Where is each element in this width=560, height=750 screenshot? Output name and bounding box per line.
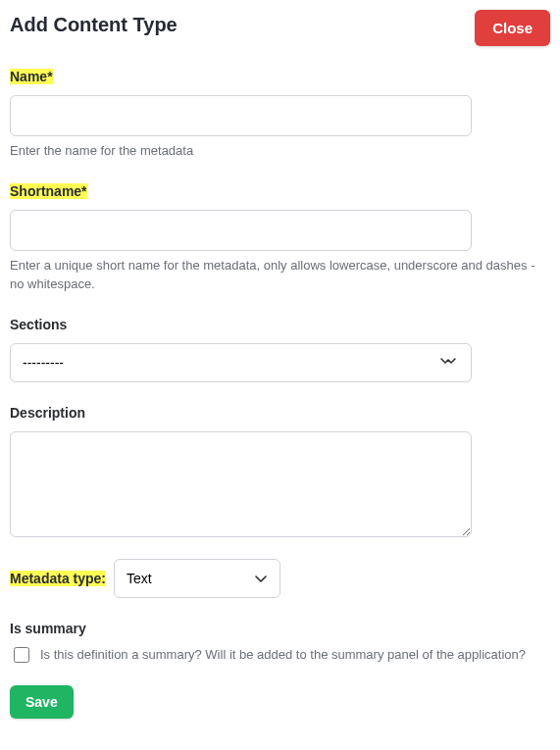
name-field: Name* Enter the name for the metadata	[10, 68, 550, 161]
name-label: Name*	[10, 69, 53, 84]
metadata-type-label: Metadata type:	[10, 571, 106, 586]
sections-field: Sections ---------	[10, 316, 550, 382]
sections-select[interactable]: ---------	[10, 343, 472, 382]
close-button[interactable]: Close	[475, 10, 550, 46]
description-field: Description	[10, 404, 550, 537]
shortname-field: Shortname* Enter a unique short name for…	[10, 182, 550, 294]
shortname-label: Shortname*	[10, 183, 87, 199]
name-input[interactable]	[10, 95, 472, 136]
sections-label: Sections	[10, 317, 67, 332]
description-textarea[interactable]	[10, 431, 472, 537]
is-summary-checkbox[interactable]	[14, 647, 29, 663]
page-title: Add Content Type	[10, 14, 178, 36]
is-summary-help: Is this definition a summary? Will it be…	[40, 645, 526, 665]
description-label: Description	[10, 405, 85, 421]
save-button[interactable]: Save	[10, 685, 74, 719]
shortname-input[interactable]	[10, 210, 472, 251]
metadata-type-field: Metadata type: Text	[10, 559, 550, 598]
is-summary-field: Is summary Is this definition a summary?…	[10, 620, 550, 666]
metadata-type-select[interactable]: Text	[114, 559, 280, 598]
name-help: Enter the name for the metadata	[10, 142, 539, 161]
is-summary-label: Is summary	[10, 621, 86, 636]
shortname-help: Enter a unique short name for the metada…	[10, 257, 539, 294]
